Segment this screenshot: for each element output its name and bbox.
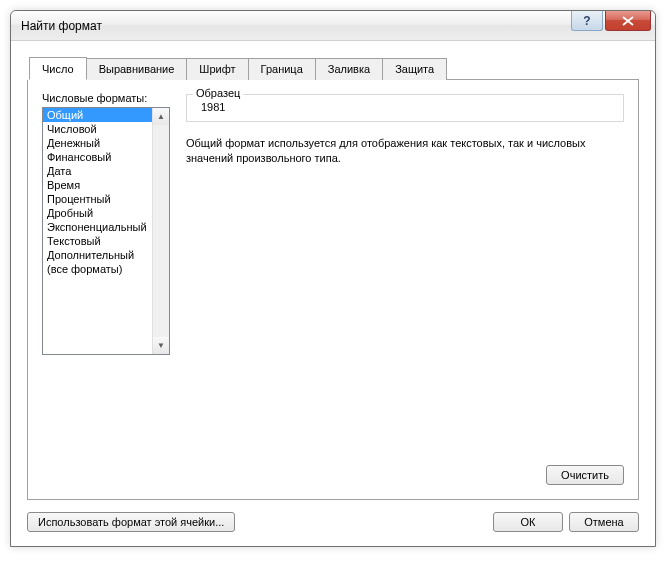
window-title: Найти формат <box>21 19 102 33</box>
titlebar: Найти формат ? <box>11 11 655 41</box>
sample-legend: Образец <box>193 87 243 99</box>
tab-1[interactable]: Выравнивание <box>86 58 188 80</box>
tab-3[interactable]: Граница <box>248 58 316 80</box>
dialog-button-bar: Использовать формат этой ячейки... ОК От… <box>27 512 639 532</box>
tab-0[interactable]: Число <box>29 57 87 80</box>
chevron-up-icon: ▲ <box>157 112 165 121</box>
list-item[interactable]: Числовой <box>43 122 169 136</box>
use-cell-format-button[interactable]: Использовать формат этой ячейки... <box>27 512 235 532</box>
list-item[interactable]: Время <box>43 178 169 192</box>
list-item[interactable]: (все форматы) <box>43 262 169 276</box>
tab-panel-number: Числовые форматы: ОбщийЧисловойДенежныйФ… <box>27 80 639 500</box>
list-item[interactable]: Экспоненциальный <box>43 220 169 234</box>
title-controls: ? <box>571 11 651 31</box>
scroll-down-button[interactable]: ▼ <box>153 337 169 354</box>
tab-2[interactable]: Шрифт <box>186 58 248 80</box>
list-item[interactable]: Общий <box>43 108 169 122</box>
help-icon: ? <box>583 14 590 28</box>
close-icon <box>622 16 634 26</box>
tab-5[interactable]: Защита <box>382 58 447 80</box>
tab-strip: ЧислоВыравниваниеШрифтГраницаЗаливкаЗащи… <box>29 57 639 80</box>
dialog-window: Найти формат ? ЧислоВыравниваниеШрифтГра… <box>10 10 656 547</box>
scroll-up-button[interactable]: ▲ <box>153 108 169 125</box>
tab-4[interactable]: Заливка <box>315 58 383 80</box>
scroll-track[interactable] <box>153 125 169 337</box>
clear-button[interactable]: Очистить <box>546 465 624 485</box>
list-item[interactable]: Текстовый <box>43 234 169 248</box>
list-item[interactable]: Дополнительный <box>43 248 169 262</box>
format-list-label: Числовые форматы: <box>42 92 170 104</box>
close-button[interactable] <box>605 11 651 31</box>
sample-value: 1981 <box>197 101 613 113</box>
sample-fieldset: Образец 1981 <box>186 94 624 122</box>
chevron-down-icon: ▼ <box>157 341 165 350</box>
list-item[interactable]: Финансовый <box>43 150 169 164</box>
list-item[interactable]: Денежный <box>43 136 169 150</box>
help-button[interactable]: ? <box>571 11 603 31</box>
format-listbox[interactable]: ОбщийЧисловойДенежныйФинансовыйДатаВремя… <box>42 107 170 355</box>
format-description: Общий формат используется для отображени… <box>186 136 624 166</box>
scrollbar[interactable]: ▲ ▼ <box>152 108 169 354</box>
dialog-content: ЧислоВыравниваниеШрифтГраницаЗаливкаЗащи… <box>11 41 655 546</box>
cancel-button[interactable]: Отмена <box>569 512 639 532</box>
list-item[interactable]: Дробный <box>43 206 169 220</box>
ok-button[interactable]: ОК <box>493 512 563 532</box>
list-item[interactable]: Процентный <box>43 192 169 206</box>
list-item[interactable]: Дата <box>43 164 169 178</box>
